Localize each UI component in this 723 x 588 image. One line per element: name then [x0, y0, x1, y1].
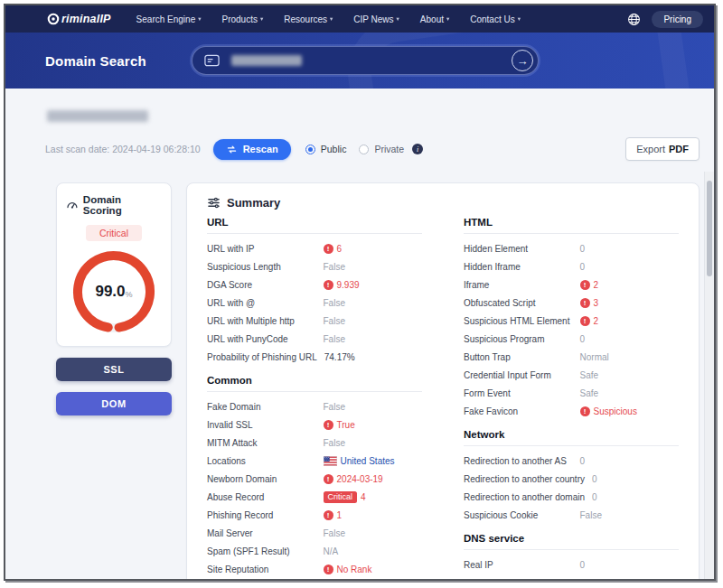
alert-icon: ! — [324, 244, 333, 254]
scrollbar-thumb[interactable] — [707, 181, 712, 276]
nav-item-resources[interactable]: Resources▾ — [284, 14, 333, 24]
section-title: URL — [207, 217, 422, 234]
summary-row: Site Reputation!No Rank — [207, 560, 422, 578]
row-label: Invalid SSL — [207, 420, 324, 430]
row-label: Mail Server — [207, 528, 324, 538]
row-value: !True — [324, 420, 422, 430]
row-value: !9.939 — [324, 280, 422, 290]
pricing-button[interactable]: Pricing — [652, 11, 703, 28]
section-title: Common — [207, 375, 422, 392]
logo-mark-icon — [47, 13, 60, 25]
nav-item-label: CIP News — [353, 14, 393, 24]
row-value-text: No Rank — [337, 565, 372, 574]
nav-item-search-engine[interactable]: Search Engine▾ — [136, 14, 202, 24]
scrollbar — [704, 172, 714, 581]
alert-icon: ! — [580, 316, 590, 326]
page-title: Domain Search — [45, 53, 146, 69]
nav-item-products[interactable]: Products▾ — [221, 14, 263, 24]
row-label: Newborn Domain — [207, 474, 324, 484]
row-value-text: 0 — [580, 334, 586, 344]
row-value: 0 — [592, 474, 679, 484]
domain-search-icon — [204, 54, 220, 67]
row-label: Probability of Phishing URL — [207, 352, 324, 362]
row-value-text: 4 — [361, 492, 366, 502]
summary-row: DGA Score!9.939 — [207, 275, 422, 294]
info-icon[interactable]: i — [412, 144, 423, 154]
alert-icon: ! — [324, 510, 333, 520]
summary-row: Spam (SPF1 Result)N/A — [207, 542, 422, 560]
row-value: False — [324, 438, 422, 448]
visibility-options: Public Private i — [305, 144, 423, 154]
row-value-text: False — [324, 438, 345, 448]
public-radio[interactable] — [305, 145, 315, 154]
private-radio[interactable] — [359, 145, 369, 154]
row-value-text: 3 — [594, 298, 599, 308]
row-label: URL with Multiple http — [207, 316, 324, 326]
private-label: Private — [374, 144, 404, 154]
scoring-column: Domain Scoring Critical 99.0% SSL DO — [56, 182, 172, 415]
summary-row: Suspicious HTML Element!2 — [464, 312, 679, 330]
nav-item-cip-news[interactable]: CIP News▾ — [353, 14, 399, 24]
nav-item-label: Resources — [284, 14, 327, 24]
score-gauge: 99.0% — [72, 250, 155, 333]
score-value: 99.0% — [72, 250, 155, 333]
row-value: 74.17% — [324, 352, 422, 362]
summary-row: Associated IPN/A — [464, 574, 679, 581]
nav-item-about[interactable]: About▾ — [420, 14, 449, 24]
row-label: URL with @ — [207, 298, 324, 308]
row-label: Credential Input Form — [464, 370, 580, 380]
summary-section-network: NetworkRedirection to another AS0Redirec… — [464, 429, 679, 524]
nav-item-contact-us[interactable]: Contact Us▾ — [470, 14, 521, 24]
row-value: United States — [324, 456, 422, 466]
report-content: Last scan date: 2024-04-19 06:28:10 Resc… — [5, 89, 714, 581]
dom-button[interactable]: DOM — [56, 392, 172, 415]
row-value-text: False — [324, 298, 345, 308]
row-value-text: Normal — [580, 352, 609, 362]
language-globe-icon[interactable] — [627, 13, 641, 26]
row-label: Redirection to another AS — [464, 456, 580, 466]
summary-row: Abuse RecordCritical4 — [207, 488, 422, 506]
rescan-button[interactable]: Rescan — [213, 139, 291, 160]
chevron-down-icon: ▾ — [518, 15, 521, 23]
section-title: HTML — [464, 217, 679, 234]
domain-search-input[interactable]: → — [192, 46, 539, 75]
summary-row: Redirection to another AS0 — [464, 452, 679, 470]
row-value-text: 2024-03-19 — [337, 474, 383, 484]
nav-item-label: Contact Us — [470, 14, 514, 24]
summary-section-html: HTMLHidden Element0Hidden Iframe0Iframe!… — [464, 217, 679, 420]
row-value: False — [324, 298, 422, 308]
summary-row: MITM AttackFalse — [207, 434, 422, 452]
row-value: !6 — [324, 244, 422, 254]
summary-row: URL with @False — [207, 294, 422, 312]
row-value: False — [324, 334, 422, 344]
row-label: MITM Attack — [207, 438, 324, 448]
hero-banner: Domain Search → — [5, 33, 714, 89]
alert-icon: ! — [580, 298, 590, 308]
row-value-text: Suspicious — [594, 406, 637, 416]
row-value: 0 — [580, 456, 679, 466]
summary-row: URL with PunyCodeFalse — [207, 330, 422, 348]
row-label: URL with IP — [207, 244, 324, 254]
export-pdf-button[interactable]: Export PDF — [625, 137, 700, 161]
alert-icon: ! — [324, 565, 333, 574]
row-value-text: 0 — [580, 244, 586, 254]
summary-row: Suspicious CookieFalse — [464, 506, 679, 524]
row-value: !3 — [580, 298, 679, 308]
alert-icon: ! — [324, 420, 333, 430]
summary-row: URL with IP!6 — [207, 239, 422, 257]
row-value: Critical4 — [324, 491, 422, 503]
search-submit-button[interactable]: → — [512, 50, 533, 71]
row-value: !2 — [580, 280, 679, 290]
score-level-badge: Critical — [86, 225, 142, 241]
row-value-text: 0 — [592, 492, 597, 502]
browser-page: riminalIP Search Engine▾Products▾Resourc… — [4, 4, 716, 581]
criminalip-logo[interactable]: riminalIP — [47, 13, 111, 25]
row-value: False — [324, 262, 422, 272]
row-label: Suspicious HTML Element — [464, 316, 580, 326]
summary-row: Hidden Iframe0 — [464, 257, 679, 275]
nav-right: Pricing — [627, 11, 703, 28]
row-label: Fake Favicon — [464, 406, 580, 416]
ssl-button[interactable]: SSL — [56, 358, 172, 381]
export-format: PDF — [669, 144, 689, 154]
summary-section-url: URLURL with IP!6Suspicious LengthFalseDG… — [207, 217, 422, 366]
